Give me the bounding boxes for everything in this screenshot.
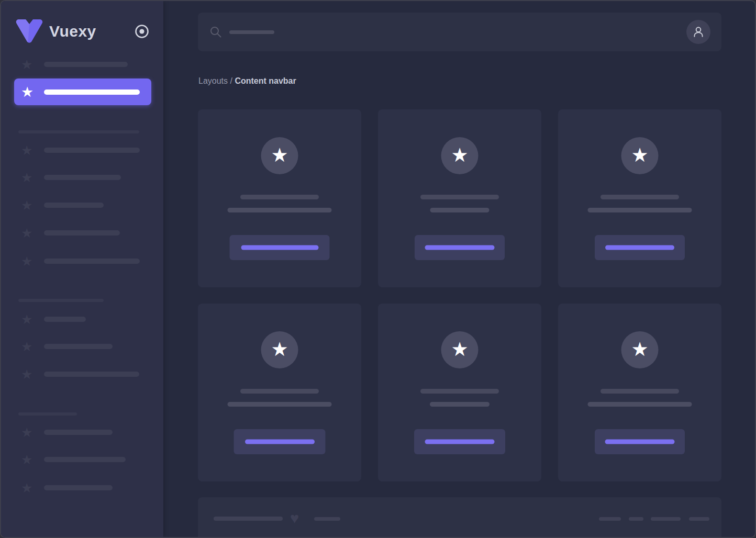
sidebar-item-active[interactable]: ★: [14, 79, 151, 105]
sidebar-item-label-skeleton: [44, 175, 121, 180]
card-avatar: ★: [621, 137, 659, 174]
button-label-skeleton: [245, 440, 315, 444]
app-window: Vuexy ★ ★ ★ ★ ★ ★: [0, 0, 756, 538]
star-icon: ★: [21, 426, 32, 439]
sidebar-item[interactable]: ★: [1, 143, 163, 158]
card-title-skeleton: [240, 195, 319, 199]
magnifier-icon: [209, 26, 222, 38]
card-avatar: ★: [261, 137, 298, 174]
card-avatar: ★: [441, 137, 479, 174]
search-placeholder-skeleton: [229, 30, 274, 34]
star-icon: ★: [21, 171, 32, 184]
button-label-skeleton: [425, 440, 495, 444]
card-action-button[interactable]: [230, 235, 330, 260]
radio-circle-icon[interactable]: [134, 24, 150, 39]
breadcrumb-current: Content navbar: [235, 76, 296, 85]
sidebar-item-label-skeleton: [44, 317, 86, 322]
main-content: Layouts / Content navbar ★ ★ ★: [163, 1, 756, 537]
sidebar: Vuexy ★ ★ ★ ★ ★ ★: [1, 1, 163, 537]
demo-card: ★: [558, 109, 721, 287]
card-title-skeleton: [420, 389, 499, 394]
star-icon: ★: [271, 145, 288, 165]
sidebar-item[interactable]: ★: [1, 254, 163, 268]
card-avatar: ★: [261, 331, 298, 368]
star-icon: ★: [21, 255, 32, 268]
footer-link-skeleton: [629, 517, 643, 521]
footer-text-skeleton: [314, 517, 340, 521]
breadcrumb: Layouts / Content navbar: [198, 76, 296, 86]
star-icon: ★: [451, 145, 468, 165]
footer-link-skeleton: [689, 517, 709, 521]
card-text-skeleton: [228, 402, 332, 407]
star-icon: ★: [21, 481, 32, 495]
star-icon: ★: [21, 85, 34, 99]
star-icon: ★: [21, 340, 32, 353]
button-label-skeleton: [241, 245, 318, 250]
sidebar-section-heading-skeleton: [18, 130, 139, 133]
card-avatar: ★: [441, 331, 479, 368]
footer-text-skeleton: [214, 517, 283, 521]
card-text-skeleton: [430, 402, 490, 407]
button-label-skeleton: [605, 245, 674, 250]
sidebar-item[interactable]: ★: [1, 312, 163, 327]
button-label-skeleton: [425, 245, 495, 250]
star-icon: ★: [451, 340, 468, 359]
sidebar-section-heading-skeleton: [18, 299, 104, 302]
sidebar-item[interactable]: ★: [1, 226, 163, 240]
footer-link-skeleton: [651, 517, 681, 521]
breadcrumb-separator: /: [228, 76, 235, 85]
top-navbar: [198, 13, 721, 51]
user-avatar-button[interactable]: [686, 20, 710, 44]
card-action-button[interactable]: [595, 235, 685, 260]
star-icon: ★: [631, 145, 648, 165]
star-icon: ★: [21, 58, 32, 71]
star-icon: ★: [21, 199, 32, 212]
card-title-skeleton: [601, 389, 679, 394]
sidebar-item[interactable]: ★: [1, 57, 163, 72]
sidebar-item[interactable]: ★: [1, 170, 163, 185]
demo-card: ★: [378, 304, 541, 481]
star-icon: ★: [21, 313, 32, 326]
card-title-skeleton: [420, 195, 499, 199]
vuexy-v-icon: [16, 18, 43, 44]
card-title-skeleton: [240, 389, 319, 394]
sidebar-item[interactable]: ★: [1, 198, 163, 212]
sidebar-item[interactable]: ★: [1, 480, 163, 495]
sidebar-item[interactable]: ★: [1, 339, 163, 354]
card-text-skeleton: [588, 402, 692, 407]
sidebar-item-label-skeleton: [44, 457, 126, 462]
sidebar-item[interactable]: ★: [1, 425, 163, 440]
demo-card: ★: [558, 304, 721, 481]
person-icon: [692, 25, 705, 39]
star-icon: ★: [21, 144, 32, 157]
sidebar-item-label-skeleton: [44, 372, 139, 377]
sidebar-item-label-skeleton: [44, 344, 113, 349]
sidebar-section-heading-skeleton: [18, 412, 77, 416]
star-icon: ★: [21, 368, 32, 381]
sidebar-item-label-skeleton: [44, 203, 104, 208]
heart-icon: ♥: [290, 511, 299, 526]
card-action-button[interactable]: [234, 429, 326, 454]
sidebar-item-label-skeleton: [44, 148, 140, 153]
sidebar-item[interactable]: ★: [1, 367, 163, 382]
demo-card: ★: [198, 109, 361, 287]
star-icon: ★: [21, 453, 32, 466]
card-action-button[interactable]: [595, 429, 685, 454]
star-icon: ★: [631, 340, 648, 359]
card-action-button[interactable]: [415, 235, 505, 260]
footer-link-skeleton: [599, 517, 621, 521]
card-text-skeleton: [430, 208, 490, 212]
card-action-button[interactable]: [414, 429, 505, 454]
logo-text: Vuexy: [49, 23, 96, 40]
sidebar-item[interactable]: ★: [1, 452, 163, 467]
search-input[interactable]: [198, 13, 512, 51]
sidebar-item-label-skeleton: [44, 259, 140, 264]
card-avatar: ★: [621, 331, 659, 368]
sidebar-item-label-skeleton: [44, 62, 128, 67]
card-text-skeleton: [228, 208, 332, 212]
sidebar-item-label-skeleton: [44, 230, 120, 236]
demo-card: ★: [198, 304, 361, 481]
logo-link[interactable]: Vuexy: [16, 18, 96, 45]
breadcrumb-parent-link[interactable]: Layouts: [198, 76, 228, 85]
star-icon: ★: [271, 340, 288, 359]
